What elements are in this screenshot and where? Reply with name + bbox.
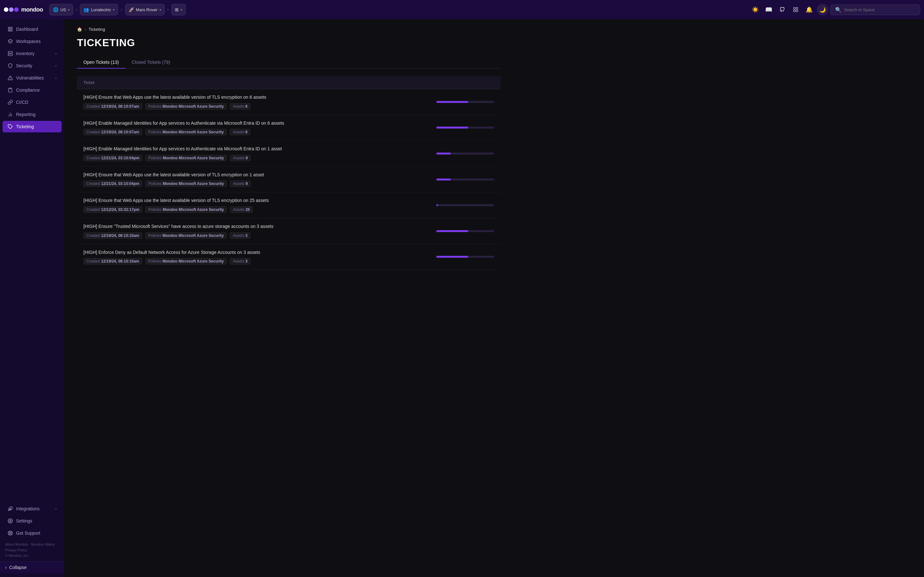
svg-line-25 [9,532,10,533]
progress-bar-background [436,153,494,155]
policies-tag: Policies Mondoo Microsoft Azure Security [145,103,227,110]
svg-rect-2 [793,10,795,11]
view-selector[interactable]: ⊞ ▾ [171,4,186,15]
nav-separator: › [76,7,78,13]
sun-icon[interactable]: ☀️ [750,4,761,15]
progress-bar-fill [436,256,468,258]
ticket-meta: Created 12/19/24, 08:10:10am Policies Mo… [83,258,423,264]
globe-icon: 🌐 [53,7,58,12]
ticket-info-cell: [HIGH] Ensure that Web Apps use the late… [77,166,430,192]
github-icon[interactable] [776,4,788,15]
region-selector[interactable]: 🌐 US ▾ [49,4,73,15]
table-row[interactable]: [HIGH] Ensure that Web Apps use the late… [77,89,501,115]
created-tag: Created 12/19/24, 08:10:10am [83,258,142,264]
tab-open-tickets[interactable]: Open Tickets (13) [77,56,126,69]
home-icon[interactable]: 🏠 [77,27,82,32]
progress-bar-container [436,127,494,129]
progress-bar-fill [436,101,468,103]
sidebar-item-workspaces[interactable]: Workspaces [3,35,61,47]
sidebar-item-label: Get Support [16,530,40,536]
created-tag: Created 12/19/24, 08:10:07am [83,103,142,110]
collapse-button[interactable]: ‹ Collapse [0,561,64,573]
life-buoy-icon [8,530,13,536]
sidebar-item-vulnerabilities[interactable]: Vulnerabilities › [3,72,61,84]
sidebar-item-dashboard[interactable]: Dashboard [3,23,61,35]
sidebar-item-security[interactable]: Security › [3,60,61,71]
logo[interactable]: mondoo [4,6,43,13]
svg-line-29 [9,534,10,535]
progress-bar-background [436,179,494,181]
sidebar-item-reporting[interactable]: Reporting [3,109,61,120]
space-selector[interactable]: 🚀 Mars Rover ▾ [125,4,165,15]
link-icon [8,100,13,105]
sidebar-item-inventory[interactable]: Inventory › [3,48,61,59]
sidebar-item-label: Ticketing [16,124,34,129]
progress-bar-background [436,230,494,232]
collapse-label: Collapse [9,565,27,570]
space-label: Mars Rover [136,7,158,12]
puzzle-icon [8,506,13,511]
table-row[interactable]: [HIGH] Ensure that Web Apps use the late… [77,192,501,218]
search-input[interactable] [844,7,915,12]
progress-column-header [430,76,501,89]
progress-bar-fill [436,230,468,232]
table-body: [HIGH] Ensure that Web Apps use the late… [77,89,501,270]
ticket-title: [HIGH] Enable Managed Identities for App… [83,120,423,127]
table-row[interactable]: [HIGH] Ensure that Web Apps use the late… [77,166,501,192]
ticket-title: [HIGH] Ensure that Web Apps use the late… [83,94,423,101]
created-tag: Created 12/19/24, 08:10:10am [83,232,142,239]
layers-icon [8,39,13,44]
sidebar-item-compliance[interactable]: Compliance [3,84,61,96]
progress-bar-fill [436,153,451,155]
svg-marker-8 [8,39,12,42]
policies-tag: Policies Mondoo Microsoft Azure Security [145,206,227,213]
sidebar-item-get-support[interactable]: Get Support [3,527,61,539]
chevron-right-icon: › [55,76,57,80]
assets-tag: Assets 9 [230,155,250,161]
ticket-title: [HIGH] Ensure that Web Apps use the late… [83,197,423,204]
privacy-link[interactable]: Privacy Policy [5,548,27,552]
sidebar-item-label: Inventory [16,51,35,56]
sidebar-item-label: Settings [16,518,32,524]
sidebar-item-ticketing[interactable]: Ticketing [3,121,61,132]
progress-bar-container [436,153,494,155]
search-box[interactable]: 🔍 [830,5,920,15]
assets-tag: Assets 3 [230,258,250,264]
created-tag: Created 12/21/24, 03:10:04pm [83,155,142,161]
progress-bar-container [436,101,494,103]
sidebar-item-cicd[interactable]: CI/CD [3,97,61,108]
slack-icon[interactable] [790,4,801,15]
table-row[interactable]: [HIGH] Enable Managed Identities for App… [77,115,501,141]
sidebar-item-label: Security [16,63,32,68]
ticket-info-cell: [HIGH] Ensure that Web Apps use the late… [77,192,430,218]
tab-closed-tickets[interactable]: Closed Tickets (79) [126,56,177,69]
main-content: 🏠 › Ticketing TICKETING Open Tickets (13… [64,19,924,577]
alert-triangle-icon [8,75,13,81]
status-link[interactable]: Mondoo Status [31,542,55,546]
ticket-title: [HIGH] Ensure that Web Apps use the late… [83,172,423,178]
table-row[interactable]: [HIGH] Ensure "Trusted Microsoft Service… [77,218,501,244]
ticket-progress-cell [430,89,501,115]
region-label: US [60,7,66,12]
created-tag: Created 12/12/24, 03:32:17pm [83,206,142,213]
about-link[interactable]: About Mondoo [5,542,28,546]
ticket-meta: Created 12/21/24, 03:10:04pm Policies Mo… [83,181,423,187]
ticket-progress-cell [430,244,501,270]
sidebar: Dashboard Workspaces Inventory › Securit… [0,19,64,577]
app-layout: Dashboard Workspaces Inventory › Securit… [0,19,924,577]
table-row[interactable]: [HIGH] Enable Managed Identities for App… [77,141,501,167]
org-selector[interactable]: 👥 Lunalectric ▾ [80,4,118,15]
sidebar-item-integrations[interactable]: Integrations › [3,503,61,514]
progress-bar-container [436,230,494,232]
theme-toggle[interactable]: 🌙 [817,4,829,15]
nav-separator: › [121,7,122,13]
tabs-container: Open Tickets (13) Closed Tickets (79) [77,56,501,69]
sidebar-item-settings[interactable]: Settings [3,515,61,527]
notification-icon[interactable]: 🔔 [803,4,815,15]
progress-bar-container [436,204,494,206]
sidebar-item-label: Workspaces [16,39,41,44]
settings-icon [8,518,13,524]
ticket-info-cell: [HIGH] Enforce Deny as Default Network A… [77,244,430,270]
book-icon[interactable]: 📖 [763,4,774,15]
table-row[interactable]: [HIGH] Enforce Deny as Default Network A… [77,244,501,270]
